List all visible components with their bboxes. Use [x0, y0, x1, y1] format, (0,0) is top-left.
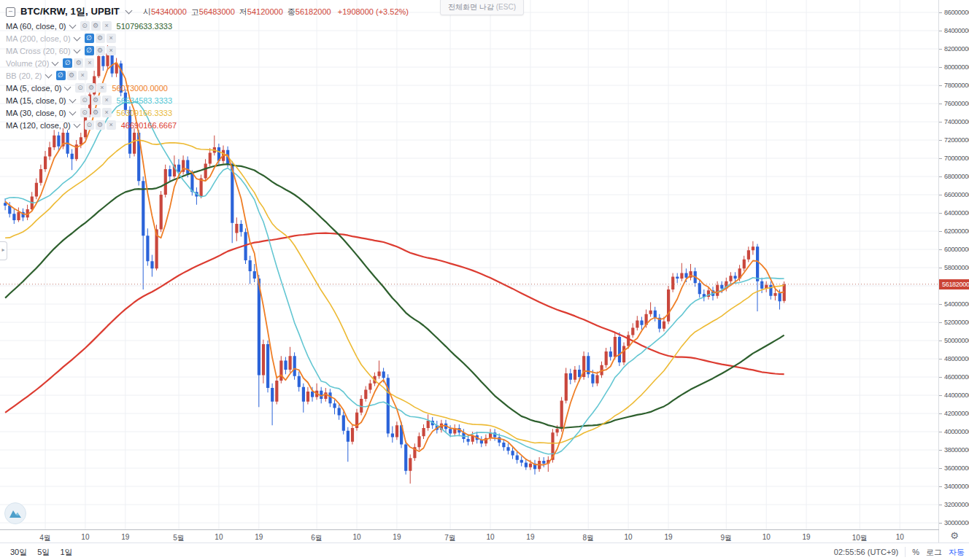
exchange-watermark-logo	[4, 502, 26, 524]
price-axis[interactable]: 56182000 8600000084000000820000008000000…	[938, 0, 969, 542]
range-button[interactable]: 5일	[37, 547, 50, 558]
time-tick-label: 19	[121, 533, 129, 541]
remove-icon[interactable]: ×	[102, 96, 112, 105]
time-tick-label: 10	[625, 533, 633, 541]
chevron-down-icon[interactable]	[73, 120, 80, 128]
time-tick-label: 10	[352, 533, 360, 541]
eye-off-icon[interactable]: ∅	[56, 71, 66, 80]
axis-settings-gear-icon[interactable]: ⚙	[948, 530, 961, 542]
chevron-down-icon[interactable]	[69, 21, 76, 28]
settings-gear-icon[interactable]: ⚙	[91, 96, 101, 105]
time-tick-label: 10	[763, 533, 771, 541]
settings-gear-icon[interactable]: ⚙	[86, 83, 96, 93]
clock[interactable]: 02:55:56 (UTC+9)	[834, 548, 898, 556]
log-scale-button[interactable]: 로그	[926, 547, 942, 558]
time-axis[interactable]: 4월10195월10196월10197월10198월10199월101910월1…	[0, 529, 939, 543]
ohlc-item: 저54120000	[239, 7, 283, 18]
eye-icon[interactable]: ⊙	[80, 96, 90, 105]
settings-gear-icon[interactable]: ⚙	[91, 108, 101, 117]
price-tick-label: 68000000	[939, 173, 969, 180]
indicator-label[interactable]: MA (120, close, 0)	[6, 121, 71, 130]
time-tick-label: 10월	[852, 533, 868, 543]
indicator-label[interactable]: Volume (20)	[6, 59, 49, 68]
indicator-value: 46690166.6667	[121, 121, 177, 130]
settings-gear-icon[interactable]: ⚙	[96, 120, 105, 130]
eye-icon[interactable]: ⊙	[80, 108, 90, 117]
chevron-down-icon[interactable]	[52, 58, 59, 66]
settings-gear-icon[interactable]: ⚙	[96, 46, 105, 55]
price-tick-label: 60000000	[939, 246, 969, 253]
eye-icon[interactable]: ⊙	[75, 83, 85, 93]
indicator-label[interactable]: MA (60, close, 0)	[6, 22, 66, 31]
auto-scale-button[interactable]: 자동	[949, 547, 965, 558]
remove-icon[interactable]: ×	[78, 71, 88, 80]
eye-off-icon[interactable]: ∅	[85, 46, 94, 55]
settings-gear-icon[interactable]: ⚙	[96, 34, 105, 43]
indicator-label[interactable]: MA (30, close, 0)	[6, 109, 66, 117]
price-tick-label: 52000000	[939, 319, 969, 326]
settings-gear-icon[interactable]: ⚙	[74, 58, 83, 68]
remove-icon[interactable]: ×	[107, 34, 116, 43]
chevron-down-icon[interactable]	[45, 71, 52, 78]
ma-line-120	[5, 233, 784, 413]
indicator-actions: ⊙⚙×	[75, 83, 107, 93]
indicator-row: BB (20, 2)∅⚙×	[6, 69, 177, 82]
chevron-down-icon[interactable]	[73, 34, 80, 41]
time-tick-label: 19	[393, 533, 401, 541]
remove-icon[interactable]: ×	[102, 21, 112, 31]
remove-icon[interactable]: ×	[97, 83, 107, 93]
eye-icon[interactable]: ⊙	[80, 21, 90, 31]
time-tick-label: 19	[526, 533, 534, 541]
indicator-actions: ∅⚙×	[85, 34, 116, 43]
chevron-down-icon[interactable]	[125, 7, 132, 15]
collapse-pane-icon[interactable]: –	[6, 7, 15, 17]
price-tick-label: 72000000	[939, 136, 969, 144]
price-tick-label: 74000000	[939, 118, 969, 125]
time-tick-label: 8월	[582, 533, 594, 543]
eye-icon[interactable]: ⊙	[85, 120, 94, 130]
indicator-label[interactable]: MA Cross (20, 60)	[6, 47, 71, 55]
indicator-label[interactable]: BB (20, 2)	[6, 71, 42, 80]
indicator-value: 51079633.3333	[117, 22, 172, 31]
price-tick-label: 64000000	[939, 209, 969, 217]
time-tick-label: 7월	[444, 533, 456, 543]
remove-icon[interactable]: ×	[102, 108, 112, 117]
price-tick-label: 42000000	[939, 410, 969, 417]
indicator-value: 56309166.3333	[117, 109, 172, 117]
chevron-down-icon[interactable]	[69, 96, 76, 103]
indicator-legend: MA (60, close, 0)⊙⚙×51079633.3333MA (200…	[6, 20, 177, 131]
settings-gear-icon[interactable]: ⚙	[91, 21, 101, 31]
indicator-value: 56534583.3333	[117, 96, 172, 105]
indicator-actions: ⊙⚙×	[80, 96, 112, 105]
price-tick-label: 40000000	[939, 428, 969, 435]
eye-off-icon[interactable]: ∅	[63, 58, 72, 68]
ma-line-15	[5, 102, 784, 454]
remove-icon[interactable]: ×	[107, 120, 116, 130]
remove-icon[interactable]: ×	[85, 58, 94, 68]
change-value: +1908000 (+3.52%)	[338, 7, 409, 16]
chevron-down-icon[interactable]	[69, 108, 76, 115]
time-tick-label: 19	[803, 533, 811, 541]
range-button[interactable]: 1일	[60, 547, 72, 558]
indicator-label[interactable]: MA (200, close, 0)	[6, 34, 71, 43]
eye-off-icon[interactable]: ∅	[85, 34, 94, 43]
drawing-toolbar-expand-tab[interactable]: ▸	[0, 241, 7, 260]
chevron-down-icon[interactable]	[73, 46, 80, 53]
price-tick-label: 32000000	[939, 501, 969, 508]
percent-scale-button[interactable]: %	[912, 548, 919, 556]
range-button[interactable]: 30일	[10, 547, 27, 558]
indicator-label[interactable]: MA (5, close, 0)	[6, 84, 61, 93]
indicator-label[interactable]: MA (15, close, 0)	[6, 96, 66, 105]
price-tick-label: 46000000	[939, 373, 969, 381]
remove-icon[interactable]: ×	[107, 46, 116, 55]
symbol-title[interactable]: BTC/KRW, 1일, UPBIT	[20, 5, 120, 18]
indicator-row: MA (30, close, 0)⊙⚙×56309166.3333	[6, 106, 177, 119]
settings-gear-icon[interactable]: ⚙	[67, 71, 77, 80]
chevron-down-icon[interactable]	[64, 83, 72, 90]
time-tick-label: 10	[896, 533, 904, 541]
price-tick-label: 54000000	[939, 300, 969, 308]
indicator-actions: ∅⚙×	[85, 46, 116, 55]
price-tick-label: 76000000	[939, 100, 969, 107]
bottom-right-controls: 02:55:56 (UTC+9) % 로그 자동	[834, 547, 965, 558]
indicator-actions: ⊙⚙×	[80, 108, 112, 117]
